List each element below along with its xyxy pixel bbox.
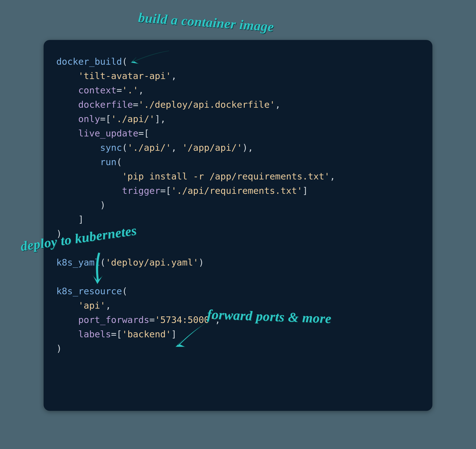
str-backend: 'backend' bbox=[122, 329, 171, 339]
fn-k8s-resource: k8s_resource bbox=[56, 286, 122, 297]
kw-context: context bbox=[78, 85, 116, 95]
punct-comma: , bbox=[106, 300, 111, 311]
punct-close-paren: ) bbox=[100, 200, 106, 210]
punct-eq: = bbox=[133, 99, 138, 110]
punct-close-bracket: ] bbox=[78, 214, 84, 225]
arrow-icon bbox=[124, 47, 171, 69]
fn-sync: sync bbox=[100, 142, 122, 153]
punct-comma: , bbox=[275, 99, 281, 110]
punct-close-paren: ) bbox=[198, 257, 204, 268]
kw-trigger: trigger bbox=[122, 185, 160, 196]
kw-only: only bbox=[78, 114, 100, 124]
punct-open-bracket: [ bbox=[166, 185, 171, 196]
str-req-path: './api/requirements.txt' bbox=[171, 185, 302, 196]
str-api-dir-sync: './api/' bbox=[127, 142, 171, 153]
punct-open-bracket: [ bbox=[106, 114, 111, 124]
punct-open-bracket: [ bbox=[116, 329, 122, 339]
punct-eq: = bbox=[149, 314, 155, 325]
punct-comma: , bbox=[248, 142, 253, 153]
fn-run: run bbox=[100, 157, 116, 167]
str-api-dir: './api/' bbox=[111, 114, 155, 124]
kw-port-forwards: port_forwards bbox=[78, 314, 149, 325]
punct-close-bracket: ] bbox=[302, 185, 308, 196]
punct-open-bracket: [ bbox=[144, 128, 149, 139]
punct-open-paren: ( bbox=[122, 286, 127, 297]
kw-dockerfile: dockerfile bbox=[78, 99, 133, 110]
punct-close-paren: ) bbox=[56, 343, 62, 354]
code-block: docker_build( 'tilt-avatar-api', context… bbox=[44, 40, 432, 411]
str-pip-install: 'pip install -r /app/requirements.txt' bbox=[122, 171, 330, 182]
punct-close-bracket: ] bbox=[155, 114, 160, 124]
punct-eq: = bbox=[160, 185, 166, 196]
punct-comma: , bbox=[138, 85, 144, 95]
punct-eq: = bbox=[100, 114, 106, 124]
str-api: 'api' bbox=[78, 300, 106, 311]
punct-open-paren: ( bbox=[116, 157, 122, 167]
str-context-dot: '.' bbox=[122, 85, 138, 95]
arrow-icon bbox=[85, 251, 111, 287]
punct-eq: = bbox=[116, 85, 122, 95]
str-dockerfile-path: './deploy/api.dockerfile' bbox=[138, 99, 275, 110]
canvas: docker_build( 'tilt-avatar-api', context… bbox=[0, 0, 476, 449]
arrow-icon bbox=[167, 320, 209, 351]
punct-eq: = bbox=[111, 329, 116, 339]
punct-close-paren: ) bbox=[242, 142, 248, 153]
str-image-name: 'tilt-avatar-api' bbox=[78, 71, 171, 81]
punct-comma: , bbox=[330, 171, 335, 182]
punct-comma: , bbox=[171, 71, 177, 81]
punct-comma: , bbox=[160, 114, 166, 124]
str-deploy-yaml: 'deploy/api.yaml' bbox=[106, 257, 198, 268]
punct-open-paren: ( bbox=[122, 142, 127, 153]
str-app-api: '/app/api/' bbox=[182, 142, 242, 153]
fn-docker-build: docker_build bbox=[56, 56, 122, 67]
annotation-build: build a container image bbox=[138, 10, 275, 35]
punct-eq: = bbox=[138, 128, 144, 139]
kw-live-update: live_update bbox=[78, 128, 138, 139]
kw-labels: labels bbox=[78, 329, 111, 339]
punct-comma: , bbox=[171, 142, 177, 153]
